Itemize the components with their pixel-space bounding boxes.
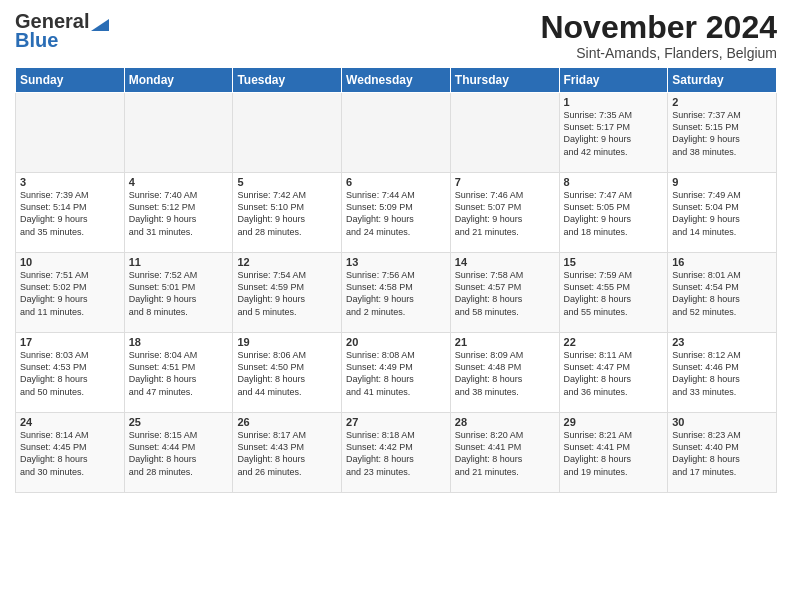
day-cell: 4Sunrise: 7:40 AM Sunset: 5:12 PM Daylig… xyxy=(124,173,233,253)
week-row-1: 3Sunrise: 7:39 AM Sunset: 5:14 PM Daylig… xyxy=(16,173,777,253)
day-number: 9 xyxy=(672,176,772,188)
col-thursday: Thursday xyxy=(450,68,559,93)
day-cell: 9Sunrise: 7:49 AM Sunset: 5:04 PM Daylig… xyxy=(668,173,777,253)
main-title: November 2024 xyxy=(540,10,777,45)
week-row-2: 10Sunrise: 7:51 AM Sunset: 5:02 PM Dayli… xyxy=(16,253,777,333)
day-cell xyxy=(124,93,233,173)
day-number: 11 xyxy=(129,256,229,268)
day-detail: Sunrise: 7:35 AM Sunset: 5:17 PM Dayligh… xyxy=(564,109,664,158)
svg-marker-0 xyxy=(91,19,109,31)
day-number: 8 xyxy=(564,176,664,188)
day-detail: Sunrise: 8:17 AM Sunset: 4:43 PM Dayligh… xyxy=(237,429,337,478)
day-number: 16 xyxy=(672,256,772,268)
header-row: Sunday Monday Tuesday Wednesday Thursday… xyxy=(16,68,777,93)
day-number: 2 xyxy=(672,96,772,108)
day-detail: Sunrise: 8:09 AM Sunset: 4:48 PM Dayligh… xyxy=(455,349,555,398)
col-monday: Monday xyxy=(124,68,233,93)
col-wednesday: Wednesday xyxy=(342,68,451,93)
day-detail: Sunrise: 8:15 AM Sunset: 4:44 PM Dayligh… xyxy=(129,429,229,478)
week-row-3: 17Sunrise: 8:03 AM Sunset: 4:53 PM Dayli… xyxy=(16,333,777,413)
page: General Blue November 2024 Sint-Amands, … xyxy=(0,0,792,612)
header: General Blue November 2024 Sint-Amands, … xyxy=(15,10,777,61)
day-number: 10 xyxy=(20,256,120,268)
day-cell xyxy=(450,93,559,173)
day-number: 25 xyxy=(129,416,229,428)
day-cell: 11Sunrise: 7:52 AM Sunset: 5:01 PM Dayli… xyxy=(124,253,233,333)
day-cell: 6Sunrise: 7:44 AM Sunset: 5:09 PM Daylig… xyxy=(342,173,451,253)
day-cell: 17Sunrise: 8:03 AM Sunset: 4:53 PM Dayli… xyxy=(16,333,125,413)
day-cell: 25Sunrise: 8:15 AM Sunset: 4:44 PM Dayli… xyxy=(124,413,233,493)
day-detail: Sunrise: 7:58 AM Sunset: 4:57 PM Dayligh… xyxy=(455,269,555,318)
day-cell: 13Sunrise: 7:56 AM Sunset: 4:58 PM Dayli… xyxy=(342,253,451,333)
day-detail: Sunrise: 7:56 AM Sunset: 4:58 PM Dayligh… xyxy=(346,269,446,318)
week-row-4: 24Sunrise: 8:14 AM Sunset: 4:45 PM Dayli… xyxy=(16,413,777,493)
day-number: 27 xyxy=(346,416,446,428)
day-detail: Sunrise: 7:46 AM Sunset: 5:07 PM Dayligh… xyxy=(455,189,555,238)
title-block: November 2024 Sint-Amands, Flanders, Bel… xyxy=(540,10,777,61)
day-detail: Sunrise: 7:52 AM Sunset: 5:01 PM Dayligh… xyxy=(129,269,229,318)
day-number: 12 xyxy=(237,256,337,268)
col-saturday: Saturday xyxy=(668,68,777,93)
day-detail: Sunrise: 8:20 AM Sunset: 4:41 PM Dayligh… xyxy=(455,429,555,478)
col-sunday: Sunday xyxy=(16,68,125,93)
logo: General Blue xyxy=(15,10,109,52)
day-detail: Sunrise: 7:39 AM Sunset: 5:14 PM Dayligh… xyxy=(20,189,120,238)
day-cell: 12Sunrise: 7:54 AM Sunset: 4:59 PM Dayli… xyxy=(233,253,342,333)
day-detail: Sunrise: 7:54 AM Sunset: 4:59 PM Dayligh… xyxy=(237,269,337,318)
col-tuesday: Tuesday xyxy=(233,68,342,93)
day-detail: Sunrise: 8:03 AM Sunset: 4:53 PM Dayligh… xyxy=(20,349,120,398)
day-cell: 16Sunrise: 8:01 AM Sunset: 4:54 PM Dayli… xyxy=(668,253,777,333)
day-number: 17 xyxy=(20,336,120,348)
day-detail: Sunrise: 8:23 AM Sunset: 4:40 PM Dayligh… xyxy=(672,429,772,478)
day-cell xyxy=(233,93,342,173)
subtitle: Sint-Amands, Flanders, Belgium xyxy=(540,45,777,61)
calendar-table: Sunday Monday Tuesday Wednesday Thursday… xyxy=(15,67,777,493)
day-cell: 5Sunrise: 7:42 AM Sunset: 5:10 PM Daylig… xyxy=(233,173,342,253)
day-cell: 15Sunrise: 7:59 AM Sunset: 4:55 PM Dayli… xyxy=(559,253,668,333)
day-detail: Sunrise: 8:12 AM Sunset: 4:46 PM Dayligh… xyxy=(672,349,772,398)
day-number: 26 xyxy=(237,416,337,428)
day-cell: 21Sunrise: 8:09 AM Sunset: 4:48 PM Dayli… xyxy=(450,333,559,413)
day-cell: 29Sunrise: 8:21 AM Sunset: 4:41 PM Dayli… xyxy=(559,413,668,493)
day-number: 29 xyxy=(564,416,664,428)
day-cell: 1Sunrise: 7:35 AM Sunset: 5:17 PM Daylig… xyxy=(559,93,668,173)
day-number: 4 xyxy=(129,176,229,188)
day-detail: Sunrise: 8:11 AM Sunset: 4:47 PM Dayligh… xyxy=(564,349,664,398)
col-friday: Friday xyxy=(559,68,668,93)
day-cell: 26Sunrise: 8:17 AM Sunset: 4:43 PM Dayli… xyxy=(233,413,342,493)
day-detail: Sunrise: 8:06 AM Sunset: 4:50 PM Dayligh… xyxy=(237,349,337,398)
day-number: 18 xyxy=(129,336,229,348)
day-cell: 18Sunrise: 8:04 AM Sunset: 4:51 PM Dayli… xyxy=(124,333,233,413)
logo-blue: Blue xyxy=(15,29,58,52)
day-cell: 28Sunrise: 8:20 AM Sunset: 4:41 PM Dayli… xyxy=(450,413,559,493)
day-detail: Sunrise: 7:49 AM Sunset: 5:04 PM Dayligh… xyxy=(672,189,772,238)
day-detail: Sunrise: 7:47 AM Sunset: 5:05 PM Dayligh… xyxy=(564,189,664,238)
day-number: 24 xyxy=(20,416,120,428)
day-number: 20 xyxy=(346,336,446,348)
day-number: 6 xyxy=(346,176,446,188)
day-detail: Sunrise: 8:14 AM Sunset: 4:45 PM Dayligh… xyxy=(20,429,120,478)
day-detail: Sunrise: 7:44 AM Sunset: 5:09 PM Dayligh… xyxy=(346,189,446,238)
day-number: 19 xyxy=(237,336,337,348)
day-detail: Sunrise: 8:21 AM Sunset: 4:41 PM Dayligh… xyxy=(564,429,664,478)
day-cell: 7Sunrise: 7:46 AM Sunset: 5:07 PM Daylig… xyxy=(450,173,559,253)
day-detail: Sunrise: 8:08 AM Sunset: 4:49 PM Dayligh… xyxy=(346,349,446,398)
day-cell: 22Sunrise: 8:11 AM Sunset: 4:47 PM Dayli… xyxy=(559,333,668,413)
day-cell: 24Sunrise: 8:14 AM Sunset: 4:45 PM Dayli… xyxy=(16,413,125,493)
day-cell xyxy=(342,93,451,173)
day-number: 5 xyxy=(237,176,337,188)
day-cell: 23Sunrise: 8:12 AM Sunset: 4:46 PM Dayli… xyxy=(668,333,777,413)
day-number: 13 xyxy=(346,256,446,268)
day-cell: 10Sunrise: 7:51 AM Sunset: 5:02 PM Dayli… xyxy=(16,253,125,333)
day-cell: 19Sunrise: 8:06 AM Sunset: 4:50 PM Dayli… xyxy=(233,333,342,413)
day-cell: 27Sunrise: 8:18 AM Sunset: 4:42 PM Dayli… xyxy=(342,413,451,493)
day-cell: 20Sunrise: 8:08 AM Sunset: 4:49 PM Dayli… xyxy=(342,333,451,413)
day-number: 28 xyxy=(455,416,555,428)
day-number: 14 xyxy=(455,256,555,268)
day-number: 22 xyxy=(564,336,664,348)
day-cell: 8Sunrise: 7:47 AM Sunset: 5:05 PM Daylig… xyxy=(559,173,668,253)
day-detail: Sunrise: 7:42 AM Sunset: 5:10 PM Dayligh… xyxy=(237,189,337,238)
day-number: 7 xyxy=(455,176,555,188)
day-number: 1 xyxy=(564,96,664,108)
day-detail: Sunrise: 7:59 AM Sunset: 4:55 PM Dayligh… xyxy=(564,269,664,318)
